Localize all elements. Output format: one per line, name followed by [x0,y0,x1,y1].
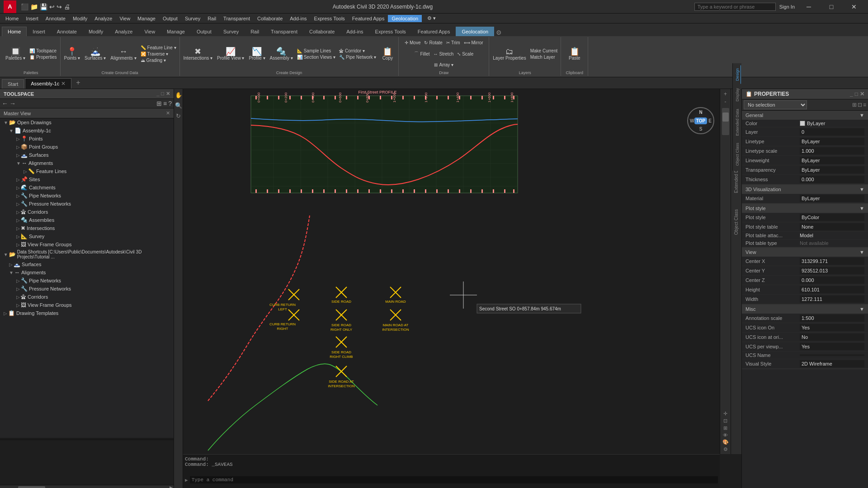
menu-insert[interactable]: Insert [22,15,42,22]
ribbon-tab-analyze[interactable]: Analyze [109,27,138,36]
rt-render-btn[interactable]: 🎨 [722,439,729,445]
prop-quick-sel-btn[interactable]: ⊡ [858,102,862,108]
tree-assembly1c[interactable]: ▼ 📄 Assembly-1c [0,127,174,135]
tree-surfaces[interactable]: ▷ 🗻 Surfaces [0,151,174,159]
ucsori-value[interactable]: No [800,333,864,341]
tree-close-btn[interactable]: ✕ [166,110,170,116]
tree-point-groups[interactable]: ▷ 📦 Point Groups [0,143,174,151]
ribbon-tab-addins[interactable]: Add-ins [340,27,369,36]
alignments-btn[interactable]: ↔ Alignments ▾ [108,47,138,61]
prop-section-header-view[interactable]: View ▼ [742,248,868,257]
ts-minimize-btn[interactable]: _ [156,91,159,97]
grading-btn[interactable]: ⛰Grading ▾ [139,57,178,63]
scale-btn[interactable]: ⤡Scale [456,51,475,57]
feature-line-btn[interactable]: 📏Feature Line ▾ [139,45,178,51]
ribbon-tab-transparent[interactable]: Transparent [265,27,303,36]
layer-properties-btn[interactable]: 🗂 Layer Properties [491,47,528,61]
ts-help-btn[interactable]: ? [168,100,172,107]
mirror-btn[interactable]: ⟺Mirror [462,40,485,46]
search-input[interactable] [694,3,776,11]
rt-settings-btn[interactable]: ⚙ [723,446,728,452]
drawing-area[interactable]: [-][Top][2D Wireframe] Prospector Settin… [183,89,741,488]
cx-value[interactable]: 313299.171 [800,258,864,265]
traverse-btn[interactable]: 🔀Traverse ▾ [139,51,178,57]
qa-save[interactable]: 💾 [39,3,48,10]
w-value[interactable]: 1272.111 [800,296,864,303]
workspaces-btn[interactable]: 🔲 Palettes ▾ [4,47,27,61]
surfaces-btn[interactable]: 🗻 Surfaces ▾ [83,47,108,61]
menu-transparent[interactable]: Transparent [220,15,254,22]
ribbon-tab-output[interactable]: Output [191,27,217,36]
tree-open-drawings[interactable]: ▼ 📂 Open Drawings [0,118,174,127]
rt-view-btn[interactable]: 👁 [723,432,728,438]
tree-pipe-networks[interactable]: ▷ 🔧 Pipe Networks [0,192,174,200]
vs-value[interactable]: 2D Wireframe [800,360,864,367]
cmdline-input-field[interactable] [190,476,718,483]
ribbon-tab-expresstools[interactable]: Express Tools [369,27,412,36]
rt-3d-btn[interactable]: ⊞ [723,425,727,431]
qa-undo[interactable]: ↩ [48,3,56,10]
points-btn[interactable]: 📍 Points ▾ [62,47,82,61]
ts-list-btn[interactable]: ≡ [163,100,167,107]
profile-view-btn[interactable]: 📈 Profile View ▾ [215,47,246,61]
object-class-tab[interactable]: Object Class [734,206,739,239]
tree-vfg[interactable]: ▷ 🖼 View Frame Groups [0,240,174,249]
h-value[interactable]: 610.101 [800,286,864,293]
thickness-value[interactable]: 0.000 [800,176,864,183]
prop-float-btn[interactable]: □ [855,91,858,97]
make-current-btn[interactable]: Make Current [529,48,559,54]
extdata-side-tab[interactable]: Extended Data [734,106,741,139]
ucsperv-value[interactable]: Yes [800,343,864,350]
tree-ds-alignments[interactable]: ▼ ↔ Alignments [0,268,174,277]
array-btn[interactable]: ⊞Array ▾ [433,62,455,68]
prop-minimize-btn[interactable]: _ [850,91,853,97]
close-btn[interactable]: ✕ [844,0,864,14]
tree-ds-prn[interactable]: ▷ 🔧 Pressure Networks [0,285,174,293]
menu-expresstools[interactable]: Express Tools [311,15,349,22]
prop-section-header-3dvis[interactable]: 3D Visualization ▼ [742,185,868,194]
tree-assemblies[interactable]: ▷ 🔩 Assemblies [0,216,174,224]
ts-grid-btn[interactable]: ⊞ [156,100,162,107]
ls-pan-btn[interactable]: ✋ [174,91,183,99]
menu-featuredapps[interactable]: Featured Apps [349,15,388,22]
ribbon-tab-manage[interactable]: Manage [161,27,191,36]
material-value[interactable]: ByLayer [800,195,864,202]
qa-new[interactable]: ⬛ [20,3,29,10]
assembly-btn[interactable]: 🔩 Assembly ▾ [268,47,295,61]
ribbon-tab-rail[interactable]: Rail [245,27,265,36]
rt-zoom-in-btn[interactable]: + [724,91,727,97]
ribbon-tab-insert[interactable]: Insert [27,27,51,36]
transparency-value[interactable]: ByLayer [800,166,864,174]
menu-extra[interactable]: ⚙ ▾ [424,14,439,22]
tree-ds-pn[interactable]: ▷ 🔧 Pipe Networks [0,277,174,285]
stretch-btn[interactable]: ↔Stretch [432,51,455,57]
menu-modify[interactable]: Modify [69,15,91,22]
prop-toggle-btn[interactable]: ≡ [863,102,866,108]
minimize-btn[interactable]: ─ [798,0,819,14]
copy-btn[interactable]: 📋 Copy [378,47,396,61]
doc-tab-close[interactable]: ✕ [61,80,66,87]
ts-close-btn[interactable]: ✕ [166,91,170,97]
lineweight-value[interactable]: ByLayer [800,157,864,164]
tree-pressure-networks[interactable]: ▷ 🔧 Pressure Networks [0,200,174,208]
doc-tab-start[interactable]: Start [2,79,24,89]
ps-value[interactable]: ByColor [800,214,864,221]
ribbon-tab-home[interactable]: Home [2,27,27,36]
ts-right-expand-btn[interactable]: ▶ [170,485,174,488]
menu-home[interactable]: Home [2,15,22,22]
ribbon-tab-annotate[interactable]: Annotate [51,27,83,36]
pipe-network-btn[interactable]: 🔧Pipe Network ▾ [338,54,377,60]
fillet-btn[interactable]: ⌒Fillet [413,50,431,57]
add-doc-tab-btn[interactable]: + [72,77,84,89]
tree-points[interactable]: ▷ 📍 Points [0,135,174,143]
profile-btn[interactable]: 📉 Profile ▾ [247,47,267,61]
ribbon-tab-survey[interactable]: Survey [217,27,245,36]
menu-rail[interactable]: Rail [204,15,220,22]
rt-pan-btn[interactable]: ✛ [723,411,727,417]
menu-annotate[interactable]: Annotate [42,15,69,22]
ucson-value[interactable]: Yes [800,324,864,331]
qa-redo[interactable]: ↪ [56,3,63,10]
toolspace-btn[interactable]: 📊Toolspace [28,48,58,54]
design-side-tab[interactable]: Design [734,65,741,84]
ls-zoom-btn[interactable]: 🔍 [174,101,183,110]
